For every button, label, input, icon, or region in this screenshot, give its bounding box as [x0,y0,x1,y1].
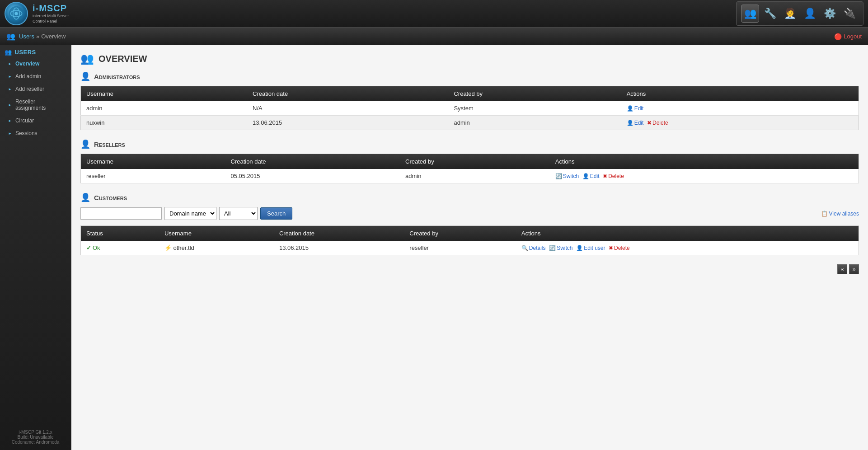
sidebar: 👥 Users Overview Add admin Add reseller … [0,45,71,450]
customer-username: ⚡ other.tld [159,241,274,255]
details-icon: 🔍 [521,245,528,251]
reseller-actions: 🔄 Switch 👤 Edit ✖ Delete [550,169,859,183]
resellers-table-header: Username Creation date Created by Action… [81,154,859,169]
admin-creation-date-nuxwin: 13.06.2015 [247,116,448,130]
customer-col-actions: Actions [516,226,859,241]
reseller-creation-date: 05.05.2015 [225,169,400,183]
main-content: 👥 Overview 👤 Administrators Username Cre… [71,45,868,450]
administrators-table-header: Username Creation date Created by Action… [81,86,859,102]
tagline: internet Multi Server Control Panel [33,14,69,24]
admin-col-creation-date: Creation date [247,86,448,102]
customers-search-bar: Domain name Username Email All Ok Disabl… [80,207,859,220]
breadcrumb: 👥 Users » Overview [6,32,66,41]
administrators-icon: 👤 [80,71,90,81]
nav-users-icon[interactable]: 👥 [741,5,759,23]
edit-reseller-icon: 👤 [582,173,589,179]
customers-icon: 👤 [80,192,90,202]
sidebar-item-add-reseller[interactable]: Add reseller [0,83,71,95]
sidebar-section-label: 👥 Users [0,45,71,57]
nav-reseller-icon[interactable]: 🧑‍💼 [781,5,799,23]
top-bar: i-MSCP internet Multi Server Control Pan… [0,0,868,28]
page-title: Overview [99,54,147,64]
logout-icon: 🔴 [834,33,842,40]
customer-col-status: Status [81,226,159,241]
nav-admin-icon[interactable]: 👤 [801,5,819,23]
customers-table: Status Username Creation date Created by… [80,225,859,255]
layout: 👥 Users Overview Add admin Add reseller … [0,45,868,450]
reseller-col-created-by: Created by [400,154,550,169]
table-row: Ok ⚡ other.tld 13.06.2015 reseller 🔍 Det… [81,241,859,255]
administrators-table: Username Creation date Created by Action… [80,86,859,130]
sidebar-item-overview[interactable]: Overview [0,57,71,70]
resellers-icon: 👤 [80,139,90,149]
search-input[interactable] [80,207,162,220]
resellers-table: Username Creation date Created by Action… [80,154,859,183]
sidebar-footer: i-MSCP Git 1.2.x Build: Unavailable Code… [0,424,71,450]
page-title-icon: 👥 [80,52,94,65]
breadcrumb-current: Overview [41,33,66,40]
sidebar-item-sessions[interactable]: Sessions [0,127,71,140]
users-section-icon: 👥 [6,32,15,41]
details-customer-link[interactable]: 🔍 Details [521,245,546,251]
delete-customer-link[interactable]: ✖ Delete [609,245,630,251]
nav-tools-icon[interactable]: 🔧 [761,5,779,23]
admin-actions-admin: 👤 Edit [621,101,859,116]
top-nav-icons: 👥 🔧 🧑‍💼 👤 ⚙️ 🔌 [736,1,863,26]
switch-reseller-link[interactable]: 🔄 Switch [555,173,579,179]
logo-area: i-MSCP internet Multi Server Control Pan… [5,2,69,25]
administrators-section-header: 👤 Administrators [80,71,859,81]
reseller-created-by: admin [400,169,550,183]
logo-icon [5,2,28,25]
logo-text: i-MSCP internet Multi Server Control Pan… [33,3,69,24]
reseller-col-creation-date: Creation date [225,154,400,169]
first-page-button[interactable]: « [837,264,847,274]
customer-created-by: reseller [404,241,516,255]
customer-creation-date: 13.06.2015 [274,241,404,255]
logout-button[interactable]: 🔴 Logout [834,33,862,40]
table-row: reseller 05.05.2015 admin 🔄 Switch 👤 Edi… [81,169,859,183]
sidebar-item-circular[interactable]: Circular [0,114,71,127]
edit-reseller-link[interactable]: 👤 Edit [582,173,600,179]
edit-nuxwin-icon: 👤 [627,120,633,126]
sidebar-item-add-admin[interactable]: Add admin [0,70,71,83]
reseller-col-username: Username [81,154,225,169]
admin-username-nuxwin: nuxwin [81,116,248,130]
domain-filter-select[interactable]: Domain name Username Email [164,207,216,220]
edit-customer-link[interactable]: 👤 Edit user [576,245,605,251]
admin-created-by-nuxwin: admin [448,116,621,130]
customer-status: Ok [81,241,159,255]
customer-col-created-by: Created by [404,226,516,241]
logout-label: Logout [844,33,862,40]
reseller-username: reseller [81,169,225,183]
customers-table-header: Status Username Creation date Created by… [81,226,859,241]
sidebar-users-icon: 👥 [5,49,12,56]
admin-username-admin: admin [81,101,248,116]
resellers-title: Resellers [94,141,125,148]
edit-customer-icon: 👤 [576,245,583,251]
delete-reseller-link[interactable]: ✖ Delete [603,173,624,179]
reseller-col-actions: Actions [550,154,859,169]
nav-settings-icon[interactable]: ⚙️ [821,5,839,23]
domain-icon: ⚡ [164,244,172,251]
switch-customer-link[interactable]: 🔄 Switch [549,245,572,251]
last-page-button[interactable]: » [849,264,859,274]
edit-admin-link[interactable]: 👤 Edit [627,105,644,112]
delete-nuxwin-link[interactable]: ✖ Delete [647,120,668,126]
delete-customer-icon: ✖ [609,245,613,251]
edit-nuxwin-link[interactable]: 👤 Edit [627,120,644,126]
breadcrumb-users-link[interactable]: Users [19,33,34,40]
svg-point-3 [14,12,18,15]
view-aliases-icon: 📋 [821,211,828,217]
view-aliases-link[interactable]: 📋 View aliases [821,211,859,217]
customer-col-username: Username [159,226,274,241]
search-button[interactable]: Search [260,207,292,220]
resellers-section-header: 👤 Resellers [80,139,859,149]
status-filter-select[interactable]: All Ok Disabled [219,207,258,220]
admin-actions-nuxwin: 👤 Edit ✖ Delete [621,116,859,130]
table-row: admin N/A System 👤 Edit [81,101,859,116]
nav-power-icon[interactable]: 🔌 [840,5,859,23]
secondary-nav: 👥 Users » Overview 🔴 Logout [0,28,868,45]
sidebar-item-reseller-assignments[interactable]: Reseller assignments [0,95,71,114]
table-row: nuxwin 13.06.2015 admin 👤 Edit ✖ Delete [81,116,859,130]
customer-col-creation-date: Creation date [274,226,404,241]
